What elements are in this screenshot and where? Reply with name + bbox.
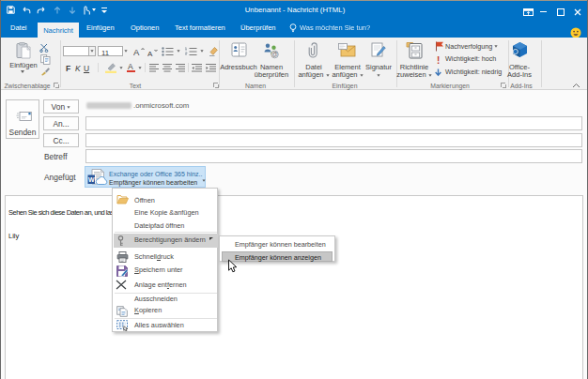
svg-text:A: A — [133, 47, 140, 56]
svg-text:@: @ — [271, 51, 278, 57]
svg-text:W: W — [88, 176, 95, 183]
svg-text:A: A — [147, 49, 153, 56]
